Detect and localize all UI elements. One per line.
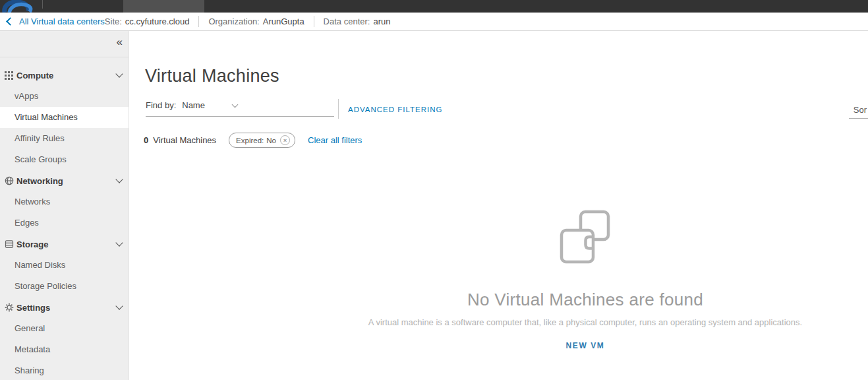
vendor-logo-icon: [0, 0, 41, 13]
chevron-down-icon: [231, 101, 238, 108]
empty-state-title: No Virtual Machines are found: [328, 290, 842, 310]
globe-icon: [3, 176, 14, 185]
find-by-value-dropdown[interactable]: Name: [182, 100, 205, 110]
grid-icon: [3, 71, 14, 80]
chevron-down-icon: [115, 175, 123, 183]
storage-icon: [3, 239, 14, 249]
chevron-left-icon: [6, 17, 14, 26]
left-nav-sidebar: « Compute vApps Virtual Machines Affinit…: [0, 31, 129, 380]
site-info: Site: cc.cyfuture.cloud: [105, 16, 190, 26]
sidebar-item-metadata[interactable]: Metadata: [0, 339, 129, 360]
site-value: cc.cyfuture.cloud: [125, 16, 190, 26]
sidebar-collapse-row: «: [0, 31, 129, 57]
organization-info: Organization: ArunGupta: [208, 16, 304, 26]
main-content: Virtual Machines Find by: Name ADVANCED …: [130, 31, 868, 380]
sidebar-item-general[interactable]: General: [0, 318, 129, 339]
nav-section-storage[interactable]: Storage: [0, 234, 129, 255]
topbar-active-tab[interactable]: [123, 0, 204, 13]
nav-section-networking[interactable]: Networking: [0, 170, 129, 191]
sidebar-item-affinity-rules[interactable]: Affinity Rules: [0, 128, 129, 149]
virtual-machines-icon: [560, 210, 611, 268]
find-by-label: Find by:: [146, 100, 176, 110]
filter-chip-value: No: [266, 137, 276, 144]
find-by-filter[interactable]: Find by: Name: [146, 100, 334, 117]
back-link-label: All Virtual data centers: [19, 16, 105, 26]
results-summary-row: 0 Virtual Machines Expired: No × Clear a…: [144, 133, 362, 148]
empty-state: No Virtual Machines are found A virtual …: [328, 210, 842, 350]
nav-section-label: Networking: [16, 176, 117, 186]
advanced-filtering-link[interactable]: ADVANCED FILTERING: [348, 106, 442, 113]
filter-chip-label: Expired:: [236, 137, 264, 144]
nav-section-label: Storage: [16, 239, 117, 249]
sidebar-item-scale-groups[interactable]: Scale Groups: [0, 149, 129, 170]
nav-section-label: Settings: [16, 303, 117, 313]
datacenter-label: Data center:: [324, 16, 370, 26]
sidebar-item-named-disks[interactable]: Named Disks: [0, 255, 129, 276]
sidebar-item-vapps[interactable]: vApps: [0, 86, 129, 107]
collapse-sidebar-button[interactable]: «: [117, 36, 123, 48]
nav-section-compute[interactable]: Compute: [0, 65, 129, 86]
back-to-datacenters-link[interactable]: All Virtual data centers: [6, 16, 105, 26]
crumb-divider: [314, 16, 314, 27]
results-count-label: Virtual Machines: [153, 135, 216, 145]
chevron-down-icon: [115, 70, 123, 77]
breadcrumb: All Virtual data centers Site: cc.cyfutu…: [0, 13, 868, 31]
empty-state-subtitle: A virtual machine is a software computer…: [328, 317, 842, 327]
sidebar-item-sharing[interactable]: Sharing: [0, 360, 129, 380]
sidebar-item-storage-policies[interactable]: Storage Policies: [0, 276, 129, 297]
site-label: Site:: [105, 16, 122, 26]
clear-all-filters-link[interactable]: Clear all filters: [308, 135, 362, 145]
sidebar-item-edges[interactable]: Edges: [0, 212, 129, 234]
results-count: 0: [144, 135, 148, 145]
chevron-down-icon: [115, 239, 123, 246]
sidebar-item-virtual-machines[interactable]: Virtual Machines: [0, 107, 129, 128]
organization-label: Organization:: [208, 16, 259, 26]
nav-section-settings[interactable]: Settings: [0, 297, 129, 318]
remove-filter-icon[interactable]: ×: [280, 135, 290, 145]
gear-icon: [3, 303, 14, 312]
datacenter-value: arun: [373, 16, 390, 26]
filter-chip-expired[interactable]: Expired: No ×: [229, 133, 295, 148]
sort-control-underline: [849, 118, 868, 119]
nav-section-label: Compute: [16, 71, 117, 80]
topbar-divider: [42, 0, 43, 9]
crumb-divider: [198, 16, 199, 27]
toolbar-divider: [338, 99, 339, 119]
new-vm-button[interactable]: NEW VM: [328, 341, 842, 350]
organization-value: ArunGupta: [263, 16, 304, 26]
chevron-down-icon: [115, 302, 123, 309]
sort-control-cutoff[interactable]: Sor: [854, 105, 867, 115]
sidebar-nav: Compute vApps Virtual Machines Affinity …: [0, 57, 129, 380]
datacenter-info: Data center: arun: [324, 16, 391, 26]
top-app-bar: [0, 0, 868, 13]
sidebar-item-networks[interactable]: Networks: [0, 191, 129, 212]
page-title: Virtual Machines: [145, 66, 279, 86]
